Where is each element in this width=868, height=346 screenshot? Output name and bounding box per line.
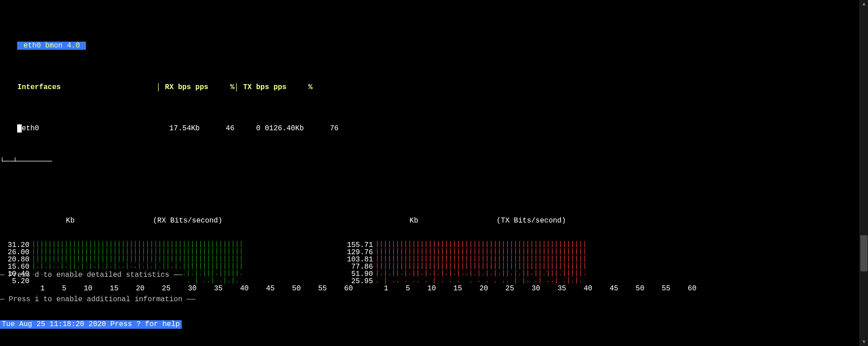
rx-unit: Kb	[43, 217, 75, 225]
scroll-down-icon[interactable]: ▼	[860, 338, 868, 346]
tree-indent: └──┴────────	[0, 157, 695, 166]
column-headers: Interfaces │ RX bps pps %│ TX bps pps %	[0, 75, 695, 83]
tx-unit: Kb	[387, 217, 418, 225]
rx-pps: 46	[226, 124, 234, 133]
col-tx: TX bps pps	[243, 83, 287, 91]
scrollbar[interactable]: ▲ ▼	[859, 0, 868, 346]
hint-i: — Press i to enable additional informati…	[0, 295, 695, 303]
interface-row[interactable]: eth0 17.54Kb 46 0 0126.40Kb 76	[0, 116, 695, 124]
col-interfaces: Interfaces	[17, 83, 61, 91]
tx-bps: 0126.40Kb	[265, 124, 304, 133]
col-pct-2: %	[308, 83, 313, 91]
hint-d: — Press d to enable detailed statistics …	[0, 271, 695, 279]
terminal[interactable]: eth0 bmon 4.0 Interfaces │ RX bps pps %│…	[0, 0, 695, 346]
rx-pct: 0	[256, 124, 261, 133]
scroll-thumb[interactable]	[860, 235, 868, 271]
rx-title: (RX Bits/second)	[75, 217, 301, 225]
app-title: eth0 bmon 4.0	[17, 42, 86, 50]
tx-title: (TX Bits/second)	[418, 217, 644, 225]
col-pct-1: %	[230, 83, 235, 91]
scroll-up-icon[interactable]: ▲	[860, 0, 868, 8]
status-bar: Tue Aug 25 11:18:20 2020 Press ? for hel…	[0, 320, 182, 328]
rx-bps: 17.54Kb	[169, 124, 199, 133]
col-rx: RX bps pps	[165, 83, 208, 91]
iface-name: eth0	[22, 124, 39, 133]
tx-pps: 76	[330, 124, 339, 133]
